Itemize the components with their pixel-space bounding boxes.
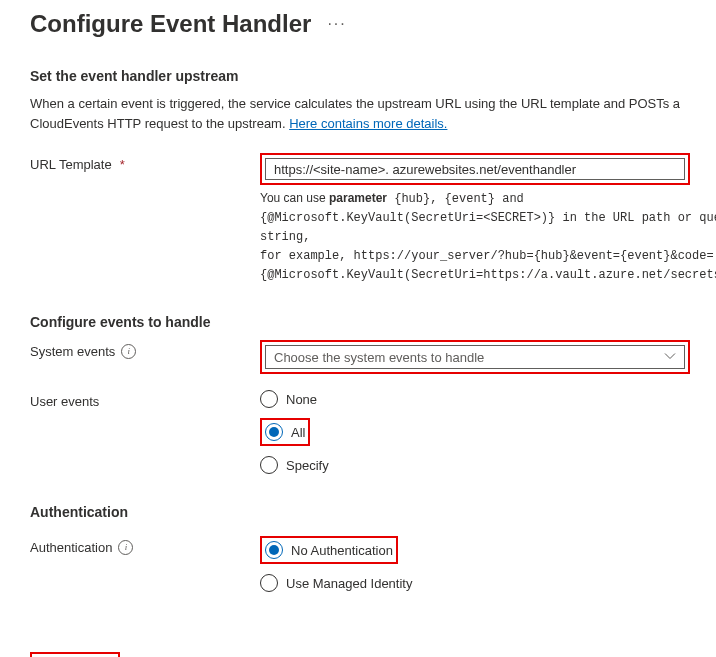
radio-icon-unchecked [260, 390, 278, 408]
radio-label: Use Managed Identity [286, 576, 412, 591]
url-template-input[interactable] [265, 158, 685, 180]
system-events-dropdown[interactable]: Choose the system events to handle [265, 345, 685, 369]
radio-auth-none[interactable]: No Authentication [265, 541, 393, 559]
helper-mono: {@Microsoft.KeyVault(SecretUri=https://a… [260, 268, 716, 282]
radio-label: All [291, 425, 305, 440]
system-events-label: System events [30, 344, 115, 359]
url-template-help: You can use parameter {hub}, {event} and… [260, 189, 716, 284]
url-template-label: URL Template [30, 157, 112, 172]
more-actions-icon[interactable]: ··· [327, 15, 346, 33]
radio-user-events-none[interactable]: None [260, 390, 686, 408]
radio-user-events-all[interactable]: All [265, 423, 305, 441]
system-events-highlight: Choose the system events to handle [260, 340, 690, 374]
url-template-highlight [260, 153, 690, 185]
system-events-placeholder: Choose the system events to handle [274, 350, 484, 365]
helper-text: You can use [260, 191, 329, 205]
radio-user-events-specify[interactable]: Specify [260, 456, 686, 474]
required-indicator: * [120, 157, 125, 172]
radio-icon-checked [265, 423, 283, 441]
auth-radio-group: No Authentication Use Managed Identity [260, 536, 686, 592]
section-heading-events: Configure events to handle [30, 314, 686, 330]
section-heading-upstream: Set the event handler upstream [30, 68, 686, 84]
radio-icon-unchecked [260, 574, 278, 592]
helper-mono: for example, https://your_server/?hub={h… [260, 249, 714, 263]
upstream-description: When a certain event is triggered, the s… [30, 94, 686, 133]
section-heading-auth: Authentication [30, 504, 686, 520]
radio-icon-unchecked [260, 456, 278, 474]
auth-noauth-highlight: No Authentication [260, 536, 398, 564]
helper-bold: parameter [329, 191, 387, 205]
radio-label: Specify [286, 458, 329, 473]
helper-mono: {@Microsoft.KeyVault(SecretUri=<SECRET>)… [260, 211, 716, 244]
info-icon[interactable]: i [118, 540, 133, 555]
info-icon[interactable]: i [121, 344, 136, 359]
radio-label: None [286, 392, 317, 407]
radio-auth-managed[interactable]: Use Managed Identity [260, 574, 686, 592]
radio-icon-checked [265, 541, 283, 559]
helper-mono: {hub}, {event} and [387, 192, 524, 206]
chevron-down-icon [664, 350, 676, 365]
user-events-label: User events [30, 394, 99, 409]
authentication-label: Authentication [30, 540, 112, 555]
confirm-highlight: Confirm [30, 652, 120, 657]
user-events-all-highlight: All [260, 418, 310, 446]
page-title: Configure Event Handler [30, 10, 311, 38]
radio-label: No Authentication [291, 543, 393, 558]
user-events-radio-group: None All Specify [260, 390, 686, 474]
details-link[interactable]: Here contains more details. [289, 116, 447, 131]
